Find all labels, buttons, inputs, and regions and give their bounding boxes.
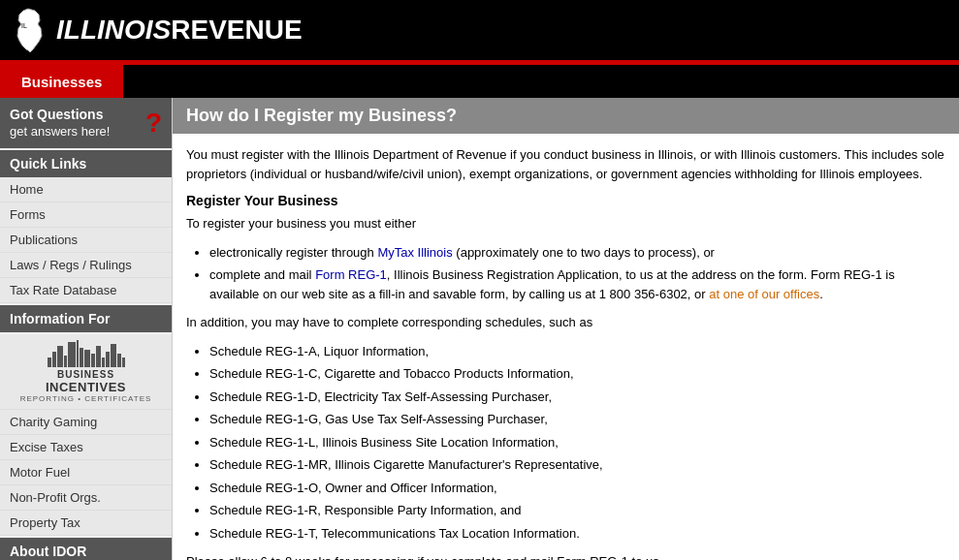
sidebar-item-charity-gaming[interactable]: Charity Gaming xyxy=(0,410,172,435)
got-questions-banner[interactable]: Got Questions get answers here! ? xyxy=(0,98,172,148)
register-heading: Register Your Business xyxy=(186,193,945,208)
schedule-reg-1-c: Schedule REG-1-C, Cigarette and Tobacco … xyxy=(209,364,945,384)
sidebar-item-home[interactable]: Home xyxy=(0,177,172,202)
business-incentives-banner[interactable]: BUSINESS INCENTIVES REPORTING • CERTIFIC… xyxy=(0,334,172,410)
got-questions-line1: Got Questions xyxy=(10,107,103,122)
schedule-reg-1-l: Schedule REG-1-L, Illinois Business Site… xyxy=(209,433,945,452)
register-bullets-list: electronically register through MyTax Il… xyxy=(209,243,945,304)
content-area: How do I Register my Business? You must … xyxy=(173,98,959,560)
header-title: ILLINOISREVENUE xyxy=(56,15,303,46)
processing-note: Please allow 6 to 8 weeks for processing… xyxy=(186,552,945,560)
sidebar-item-motor-fuel[interactable]: Motor Fuel xyxy=(0,460,172,485)
our-offices-link[interactable]: at one of our offices xyxy=(709,287,819,301)
intro-paragraph: You must register with the Illinois Depa… xyxy=(186,145,945,183)
sidebar-item-excise-taxes[interactable]: Excise Taxes xyxy=(0,435,172,460)
skyline-graphic xyxy=(48,340,125,367)
schedule-reg-1-t: Schedule REG-1-T, Telecommunications Tax… xyxy=(209,524,945,544)
register-bullet-2: complete and mail Form REG-1, Illinois B… xyxy=(209,265,945,303)
about-idor-header: About IDOR xyxy=(0,538,172,560)
main-layout: Got Questions get answers here! ? Quick … xyxy=(0,98,959,560)
schedule-reg-1-a: Schedule REG-1-A, Liquor Information, xyxy=(209,342,945,361)
content-body: You must register with the Illinois Depa… xyxy=(173,145,959,560)
information-for-header: Information For xyxy=(0,305,172,332)
register-intro: To register your business you must eithe… xyxy=(186,214,945,233)
question-mark-icon: ? xyxy=(145,108,162,139)
header: IL ILLINOISREVENUE xyxy=(0,0,959,60)
register-bullet-1: electronically register through MyTax Il… xyxy=(209,243,945,263)
mytax-illinois-link[interactable]: MyTax Illinois xyxy=(377,245,452,260)
biz-label-sub: REPORTING • CERTIFICATES xyxy=(20,394,152,403)
schedule-reg-1-o: Schedule REG-1-O, Owner and Officer Info… xyxy=(209,479,945,498)
got-questions-line2: get answers here! xyxy=(10,124,110,139)
sidebar-item-tax-rate[interactable]: Tax Rate Database xyxy=(0,278,172,303)
illinois-state-icon: IL xyxy=(10,7,47,53)
nav-businesses[interactable]: Businesses xyxy=(0,65,123,98)
info-for-section: BUSINESS INCENTIVES REPORTING • CERTIFIC… xyxy=(0,334,172,536)
schedule-reg-1-mr: Schedule REG-1-MR, Illinois Cigarette Ma… xyxy=(209,455,945,475)
schedule-reg-1-g: Schedule REG-1-G, Gas Use Tax Self-Asses… xyxy=(209,410,945,429)
sidebar-item-laws[interactable]: Laws / Regs / Rulings xyxy=(0,253,172,278)
form-reg1-link[interactable]: Form REG-1 xyxy=(315,267,387,282)
biz-label-business: BUSINESS xyxy=(57,369,114,380)
sidebar-item-publications[interactable]: Publications xyxy=(0,228,172,253)
sidebar-item-nonprofits[interactable]: Non-Profit Orgs. xyxy=(0,485,172,511)
schedules-intro: In addition, you may have to complete co… xyxy=(186,313,945,332)
biz-label-incentives: INCENTIVES xyxy=(46,380,126,394)
content-title-bar: How do I Register my Business? xyxy=(173,98,959,134)
sidebar-item-property-tax[interactable]: Property Tax xyxy=(0,511,172,536)
quick-links-header: Quick Links xyxy=(0,150,172,177)
svg-text:IL: IL xyxy=(21,22,27,29)
schedule-reg-1-r: Schedule REG-1-R, Responsible Party Info… xyxy=(209,501,945,520)
schedules-list: Schedule REG-1-A, Liquor Information, Sc… xyxy=(209,342,945,544)
quick-links-list: Home Forms Publications Laws / Regs / Ru… xyxy=(0,177,172,303)
sidebar-item-forms[interactable]: Forms xyxy=(0,202,172,228)
nav-bar: Businesses xyxy=(0,63,959,98)
sidebar: Got Questions get answers here! ? Quick … xyxy=(0,98,173,560)
schedule-reg-1-d: Schedule REG-1-D, Electricity Tax Self-A… xyxy=(209,388,945,407)
